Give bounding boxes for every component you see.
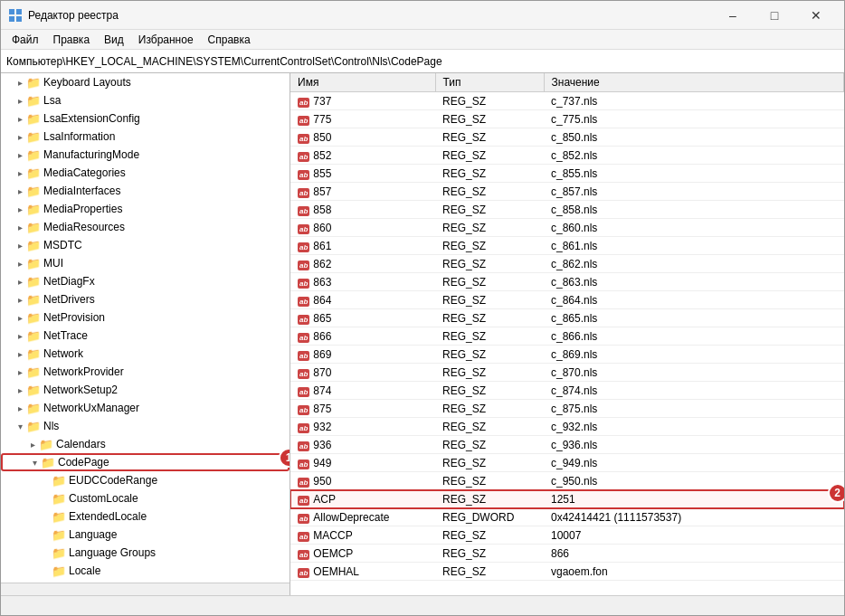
reg-type: REG_SZ bbox=[435, 327, 544, 346]
table-row[interactable]: abOEMHALREG_SZvgaoem.fon bbox=[290, 563, 844, 581]
table-row[interactable]: ab936REG_SZc_936.nls bbox=[290, 436, 844, 454]
tree-item[interactable]: 📁EUDCCodeRange bbox=[1, 471, 290, 489]
tree-item[interactable]: ▸📁NetDrivers bbox=[1, 290, 290, 308]
tree-item[interactable]: ▸📁MSDTC bbox=[1, 236, 290, 254]
tree-arrow-icon[interactable]: ▸ bbox=[14, 331, 26, 341]
tree-item[interactable]: 📁CustomLocale bbox=[1, 489, 290, 507]
tree-arrow-icon[interactable]: ▸ bbox=[14, 114, 26, 124]
menu-view[interactable]: Вид bbox=[97, 32, 131, 48]
menu-edit[interactable]: Правка bbox=[46, 32, 98, 48]
table-row[interactable]: ab775REG_SZc_775.nls bbox=[290, 110, 844, 128]
table-row[interactable]: ab874REG_SZc_874.nls bbox=[290, 382, 844, 400]
menu-favorites[interactable]: Избранное bbox=[131, 32, 201, 48]
tree-item[interactable]: ▸📁NetworkUxManager bbox=[1, 399, 290, 417]
maximize-button[interactable]: □ bbox=[754, 1, 795, 30]
table-row[interactable]: ab855REG_SZc_855.nls bbox=[290, 165, 844, 183]
table-row[interactable]: ab850REG_SZc_850.nls bbox=[290, 128, 844, 147]
table-row[interactable]: ab860REG_SZc_860.nls bbox=[290, 219, 844, 237]
tree-item[interactable]: ▸📁NetTrace bbox=[1, 327, 290, 345]
right-scroll[interactable]: Имя Тип Значение ab737REG_SZc_737.nlsab7… bbox=[290, 73, 844, 595]
table-row[interactable]: ab862REG_SZc_862.nls bbox=[290, 255, 844, 273]
tree-arrow-icon[interactable]: ▸ bbox=[14, 223, 26, 232]
tree-arrow-icon[interactable]: ▸ bbox=[14, 259, 26, 269]
tree-arrow-icon[interactable]: ▸ bbox=[14, 367, 26, 377]
table-row[interactable]: ab875REG_SZc_875.nls bbox=[290, 400, 844, 418]
menu-file[interactable]: Файл bbox=[5, 32, 46, 48]
table-row[interactable]: ab869REG_SZc_869.nls bbox=[290, 346, 844, 364]
minimize-button[interactable]: – bbox=[712, 1, 754, 30]
menu-help[interactable]: Справка bbox=[201, 32, 258, 48]
table-row[interactable]: ab858REG_SZc_858.nls bbox=[290, 201, 844, 219]
tree-arrow-icon[interactable]: ▸ bbox=[14, 204, 26, 214]
tree-arrow-icon[interactable]: ▸ bbox=[14, 132, 26, 142]
window-title: Редактор реестра bbox=[28, 9, 712, 22]
reg-type-icon: ab bbox=[298, 224, 309, 234]
tree-item[interactable]: ▸📁LsaInformation bbox=[1, 128, 290, 146]
tree-item[interactable]: ▸📁Calendars bbox=[1, 435, 290, 453]
tree-item[interactable]: ▸📁MUI bbox=[1, 254, 290, 272]
close-button[interactable]: ✕ bbox=[795, 1, 837, 30]
table-row[interactable]: abAllowDeprecateREG_DWORD0x42414421 (111… bbox=[290, 508, 844, 526]
tree-arrow-icon[interactable]: ▸ bbox=[14, 385, 26, 395]
tree-item[interactable]: ▾📁CodePage1 bbox=[1, 453, 290, 471]
tree-arrow-icon[interactable]: ▸ bbox=[14, 403, 26, 413]
tree-arrow-icon[interactable]: ▸ bbox=[14, 78, 26, 88]
table-row[interactable]: abOEMCPREG_SZ866 bbox=[290, 545, 844, 563]
tree-item[interactable]: ▸📁ManufacturingMode bbox=[1, 146, 290, 164]
tree-item[interactable]: ▸📁Keyboard Layouts bbox=[1, 73, 290, 91]
tree-item[interactable]: ▸📁MediaResources bbox=[1, 218, 290, 236]
tree-item[interactable]: 📁Locale bbox=[1, 562, 290, 580]
reg-type-icon: ab bbox=[298, 134, 309, 144]
tree-arrow-icon[interactable]: ▸ bbox=[26, 440, 39, 450]
tree-arrow-icon[interactable]: ▸ bbox=[14, 96, 26, 106]
tree-item[interactable]: ▸📁NetDiagFx bbox=[1, 272, 290, 290]
tree-item[interactable]: 📁Normalization bbox=[1, 580, 290, 583]
col-name: Имя bbox=[290, 73, 435, 92]
tree-item[interactable]: ▸📁NetworkSetup2 bbox=[1, 381, 290, 399]
tree-item[interactable]: ▸📁NetworkProvider bbox=[1, 363, 290, 381]
tree-scroll[interactable]: ▸📁Keyboard Layouts▸📁Lsa▸📁LsaExtensionCon… bbox=[1, 73, 290, 583]
table-row[interactable]: ab866REG_SZc_866.nls bbox=[290, 327, 844, 346]
tree-item[interactable]: 📁Language Groups bbox=[1, 544, 290, 562]
table-row[interactable]: ab737REG_SZc_737.nls bbox=[290, 92, 844, 110]
tree-arrow-icon[interactable]: ▸ bbox=[14, 168, 26, 178]
tree-item-label: LsaInformation bbox=[43, 130, 115, 143]
table-row[interactable]: ab863REG_SZc_863.nls bbox=[290, 273, 844, 291]
tree-arrow-icon[interactable]: ▸ bbox=[14, 241, 26, 251]
tree-arrow-icon[interactable]: ▸ bbox=[14, 186, 26, 196]
tree-item[interactable]: ▸📁Lsa bbox=[1, 91, 290, 109]
table-row[interactable]: ab852REG_SZc_852.nls bbox=[290, 147, 844, 165]
tree-arrow-icon[interactable]: ▾ bbox=[28, 458, 41, 468]
folder-icon: 📁 bbox=[52, 528, 66, 542]
tree-hscroll[interactable] bbox=[1, 583, 290, 595]
table-row[interactable]: abMACCPREG_SZ10007 bbox=[290, 526, 844, 545]
tree-item[interactable]: ▸📁MediaInterfaces bbox=[1, 182, 290, 200]
table-row[interactable]: ab950REG_SZc_950.nls bbox=[290, 472, 844, 490]
tree-item[interactable]: 📁Language bbox=[1, 526, 290, 544]
table-row[interactable]: ab865REG_SZc_865.nls bbox=[290, 309, 844, 327]
tree-item[interactable]: ▾📁Nls bbox=[1, 417, 290, 435]
folder-icon: 📁 bbox=[52, 583, 66, 583]
reg-type: REG_SZ bbox=[435, 165, 544, 183]
tree-item[interactable]: ▸📁Network bbox=[1, 345, 290, 363]
reg-type-icon: ab bbox=[298, 297, 309, 307]
table-row[interactable]: abACPREG_SZ12512 bbox=[290, 490, 844, 508]
tree-arrow-icon[interactable]: ▾ bbox=[14, 422, 26, 431]
tree-item[interactable]: ▸📁LsaExtensionConfig bbox=[1, 109, 290, 128]
tree-item[interactable]: 📁ExtendedLocale bbox=[1, 507, 290, 526]
table-row[interactable]: ab870REG_SZc_870.nls bbox=[290, 364, 844, 382]
tree-item[interactable]: ▸📁MediaCategories bbox=[1, 164, 290, 182]
tree-arrow-icon[interactable]: ▸ bbox=[14, 313, 26, 323]
tree-item[interactable]: ▸📁NetProvision bbox=[1, 308, 290, 327]
tree-item[interactable]: ▸📁MediaProperties bbox=[1, 200, 290, 218]
tree-arrow-icon[interactable]: ▸ bbox=[14, 349, 26, 359]
tree-arrow-icon[interactable]: ▸ bbox=[14, 277, 26, 287]
table-row[interactable]: ab932REG_SZc_932.nls bbox=[290, 418, 844, 436]
tree-arrow-icon[interactable]: ▸ bbox=[14, 295, 26, 305]
tree-arrow-icon[interactable]: ▸ bbox=[14, 150, 26, 160]
table-row[interactable]: ab864REG_SZc_864.nls bbox=[290, 291, 844, 309]
table-row[interactable]: ab857REG_SZc_857.nls bbox=[290, 183, 844, 201]
table-row[interactable]: ab861REG_SZc_861.nls bbox=[290, 237, 844, 255]
tree-item-label: MUI bbox=[43, 257, 63, 270]
table-row[interactable]: ab949REG_SZc_949.nls bbox=[290, 454, 844, 472]
